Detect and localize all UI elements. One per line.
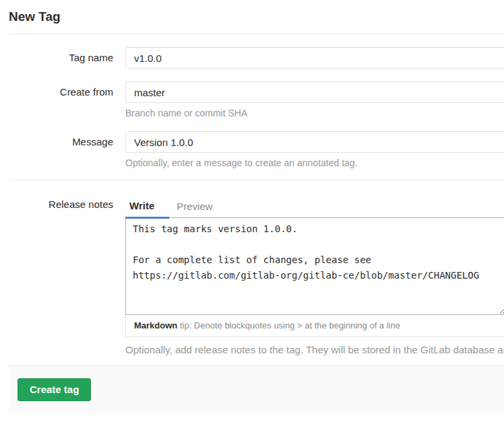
form-actions: Create tag	[9, 365, 504, 413]
create-from-input[interactable]	[125, 81, 504, 103]
create-tag-button[interactable]: Create tag	[18, 378, 91, 401]
create-from-field-wrap: Branch name or commit SHA	[125, 81, 504, 118]
markdown-tip-text: tip: Denote blockquotes using > at the b…	[177, 320, 400, 330]
tag-name-input[interactable]	[125, 47, 504, 69]
section-divider	[9, 180, 504, 180]
markdown-tabs: Write Preview	[125, 194, 504, 217]
release-notes-textarea[interactable]: This tag marks version 1.0.0. For a comp…	[125, 217, 504, 315]
tag-name-row: Tag name	[9, 47, 504, 69]
create-from-help: Branch name or commit SHA	[125, 108, 504, 118]
title-divider	[9, 34, 504, 34]
page-title: New Tag	[9, 9, 504, 24]
create-from-label: Create from	[9, 81, 125, 118]
create-from-row: Create from Branch name or commit SHA	[9, 81, 504, 118]
tag-name-label: Tag name	[9, 47, 125, 69]
message-label: Message	[9, 131, 125, 168]
new-tag-page: New Tag Tag name Create from Branch name…	[0, 0, 504, 413]
release-notes-row: Release notes Write Preview This tag mar…	[9, 194, 504, 355]
tab-preview[interactable]: Preview	[169, 195, 220, 217]
markdown-tip-bold: Markdown	[134, 320, 177, 330]
message-help: Optionally, enter a message to create an…	[125, 157, 504, 168]
markdown-tip-bar: Markdown tip: Denote blockquotes using >…	[125, 315, 504, 337]
message-input[interactable]	[125, 131, 504, 153]
tag-name-field-wrap	[125, 47, 504, 69]
release-notes-label: Release notes	[9, 194, 125, 355]
message-field-wrap: Optionally, enter a message to create an…	[125, 131, 504, 168]
tab-write[interactable]: Write	[125, 194, 169, 219]
release-notes-help: Optionally, add release notes to the tag…	[125, 344, 504, 355]
release-notes-field-wrap: Write Preview This tag marks version 1.0…	[125, 194, 504, 355]
message-row: Message Optionally, enter a message to c…	[9, 131, 504, 168]
